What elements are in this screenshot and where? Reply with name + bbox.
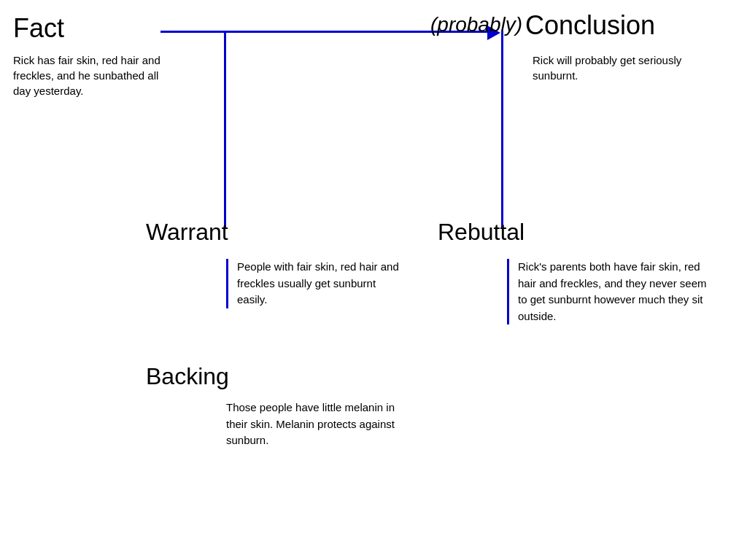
backing-label: Backing <box>146 363 229 390</box>
conclusion-label: Conclusion <box>525 10 655 41</box>
probably-label: (probably) <box>430 13 522 36</box>
warrant-label: Warrant <box>146 219 228 246</box>
fact-text: Rick has fair skin, red hair and freckle… <box>13 52 166 98</box>
diagram-container: Fact Rick has fair skin, red hair and fr… <box>0 0 747 560</box>
warrant-text: People with fair skin, red hair and frec… <box>226 259 401 308</box>
fact-label: Fact <box>13 13 64 44</box>
vertical-line-rebuttal <box>501 31 503 228</box>
rebuttal-text: Rick's parents both have fair skin, red … <box>507 259 719 324</box>
vertical-line-warrant <box>224 31 226 228</box>
rebuttal-label: Rebuttal <box>438 219 525 246</box>
conclusion-text: Rick will probably get seriously sunburn… <box>533 52 722 83</box>
backing-text: Those people have little melanin in thei… <box>226 400 416 449</box>
